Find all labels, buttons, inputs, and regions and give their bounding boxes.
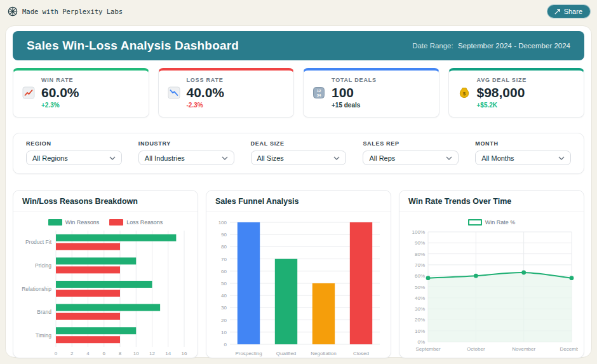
- chart-legend: Win Rate %: [405, 217, 578, 227]
- kpi-label: AVG DEAL SIZE: [477, 77, 527, 83]
- kpi-value: 100: [332, 85, 377, 100]
- svg-text:80: 80: [221, 244, 227, 250]
- legend-label: Win Reasons: [65, 219, 100, 226]
- svg-text:September: September: [415, 346, 440, 352]
- date-range-value: September 2024 - December 2024: [458, 42, 570, 50]
- svg-text:Product Fit: Product Fit: [25, 239, 52, 245]
- svg-text:Relationship: Relationship: [22, 286, 51, 292]
- chart-legend: Win ReasonsLoss Reasons: [19, 217, 192, 227]
- chart-card-sales-funnel: Sales Funnel Analysis 010203040506070809…: [206, 190, 391, 358]
- chevron-down-icon: [109, 156, 116, 160]
- filter-label: REGION: [26, 140, 122, 147]
- svg-text:November: November: [512, 346, 535, 352]
- kpi-label: WIN RATE: [41, 77, 79, 83]
- share-button-label: Share: [564, 8, 582, 15]
- brand-text: Made with Perplexity Labs: [22, 8, 123, 15]
- svg-text:Pricing: Pricing: [35, 262, 51, 269]
- svg-text:16: 16: [182, 351, 187, 356]
- svg-text:60: 60: [221, 269, 227, 274]
- kpi-value: 60.0%: [41, 85, 79, 100]
- winloss-reasons-svg: 0246810121416Product FitPricingRelations…: [19, 229, 192, 358]
- month-select[interactable]: All Months: [475, 151, 571, 165]
- svg-text:12: 12: [149, 351, 155, 356]
- svg-text:20: 20: [221, 318, 227, 323]
- sales-funnel-svg: 0102030405060708090100ProspectingQualifi…: [212, 217, 385, 358]
- kpi-delta: -2.3%: [187, 102, 225, 109]
- chart-title: Win/Loss Reasons Breakdown: [13, 191, 198, 212]
- sales-rep-select[interactable]: All Reps: [363, 151, 459, 165]
- svg-text:70: 70: [221, 257, 227, 262]
- svg-text:Qualified: Qualified: [276, 351, 297, 356]
- month-select-value: All Months: [481, 154, 514, 162]
- svg-text:30%: 30%: [415, 306, 425, 312]
- chevron-down-icon: [333, 156, 340, 160]
- filter-sales-rep: SALES REP All Reps: [363, 140, 459, 165]
- svg-text:0%: 0%: [417, 339, 425, 345]
- industry-select[interactable]: All Industries: [138, 151, 234, 165]
- svg-text:40%: 40%: [415, 295, 425, 301]
- share-button[interactable]: Share: [547, 4, 591, 18]
- kpi-delta: +15 deals: [332, 102, 377, 109]
- filter-deal-size: DEAL SIZE All Sizes: [251, 140, 347, 165]
- svg-text:Closed: Closed: [353, 351, 369, 356]
- kpi-label: LOSS RATE: [187, 77, 225, 83]
- filters-panel: REGION All Regions INDUSTRY All Industri…: [13, 133, 584, 174]
- svg-text:8: 8: [119, 351, 122, 356]
- numbers-icon: 1234: [312, 86, 325, 111]
- kpi-value: 40.0%: [187, 85, 225, 100]
- svg-text:14: 14: [165, 351, 171, 356]
- svg-text:60%: 60%: [415, 273, 425, 279]
- filter-label: SALES REP: [363, 140, 459, 147]
- svg-text:80%: 80%: [415, 252, 425, 257]
- svg-text:90: 90: [221, 232, 227, 238]
- kpi-value: $98,000: [477, 85, 527, 100]
- svg-text:0: 0: [55, 351, 58, 356]
- legend-swatch: [109, 219, 123, 226]
- deal-size-select[interactable]: All Sizes: [251, 151, 347, 165]
- sales-rep-select-value: All Reps: [369, 154, 395, 162]
- svg-text:30: 30: [221, 305, 227, 311]
- winloss-reasons-chart: Win ReasonsLoss Reasons0246810121416Prod…: [13, 212, 198, 358]
- main-container: Sales Win-Loss Analysis Dashboard Date R…: [5, 25, 592, 358]
- date-range: Date Range: September 2024 - December 20…: [412, 42, 570, 50]
- kpi-delta: +2.3%: [41, 102, 79, 109]
- share-icon: [554, 8, 561, 15]
- svg-text:2: 2: [70, 351, 74, 356]
- svg-text:70%: 70%: [415, 262, 425, 268]
- svg-text:90%: 90%: [415, 240, 425, 246]
- chevron-down-icon: [446, 156, 452, 160]
- svg-text:12: 12: [317, 89, 321, 93]
- money-bag-icon: $: [458, 86, 471, 111]
- svg-text:October: October: [467, 346, 485, 352]
- legend-item: Win Rate %: [468, 219, 516, 226]
- chart-title: Win Rate Trends Over Time: [399, 191, 584, 212]
- page-title: Sales Win-Loss Analysis Dashboard: [27, 39, 239, 53]
- svg-text:Prospecting: Prospecting: [235, 351, 262, 356]
- legend-item: Win Reasons: [48, 219, 100, 226]
- svg-text:50%: 50%: [415, 285, 425, 290]
- kpi-card-win-rate: WIN RATE 60.0% +2.3%: [13, 68, 149, 118]
- dashboard-header: Sales Win-Loss Analysis Dashboard Date R…: [13, 31, 584, 60]
- region-select[interactable]: All Regions: [26, 151, 122, 165]
- chart-card-winloss-reasons: Win/Loss Reasons Breakdown Win ReasonsLo…: [13, 190, 198, 358]
- trend-up-icon: [22, 86, 35, 111]
- svg-text:Timing: Timing: [36, 332, 51, 339]
- svg-text:December: December: [560, 346, 578, 352]
- svg-text:0: 0: [224, 342, 227, 347]
- filter-label: MONTH: [475, 140, 571, 147]
- svg-text:40: 40: [221, 293, 227, 299]
- svg-text:100: 100: [218, 220, 227, 226]
- filter-industry: INDUSTRY All Industries: [138, 140, 234, 165]
- svg-text:4: 4: [86, 351, 90, 356]
- date-range-label: Date Range:: [412, 42, 453, 50]
- legend-swatch: [468, 219, 482, 226]
- win-rate-trends-chart: Win Rate %0%10%20%30%40%50%60%70%80%90%1…: [399, 212, 584, 358]
- filter-region: REGION All Regions: [26, 140, 122, 165]
- svg-text:10: 10: [133, 351, 139, 356]
- kpi-row: WIN RATE 60.0% +2.3% LOSS RATE 40.0% -2.…: [13, 68, 584, 118]
- svg-text:10%: 10%: [415, 328, 425, 334]
- kpi-card-total-deals: 1234 TOTAL DEALS 100 +15 deals: [303, 68, 439, 118]
- svg-text:34: 34: [317, 93, 321, 97]
- legend-label: Loss Reasons: [126, 219, 163, 226]
- trend-down-icon: [168, 86, 180, 111]
